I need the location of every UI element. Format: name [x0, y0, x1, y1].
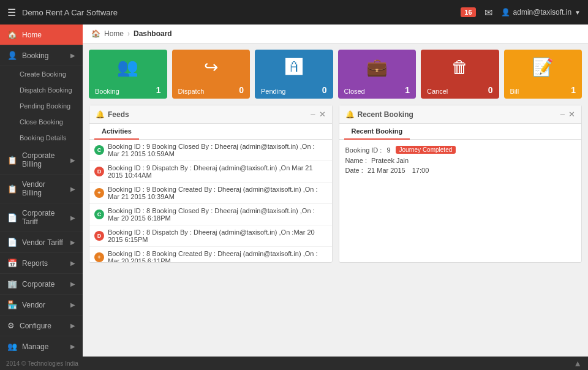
sidebar-item-booking[interactable]: 👤 Booking ▶	[0, 45, 83, 66]
vendor-billing-icon: 📋	[7, 184, 17, 194]
feeds-close-button[interactable]: ✕	[319, 110, 326, 119]
sidebar-label-reports: Reports	[22, 259, 48, 268]
recent-booking-panel: 🔔 Recent Booking – ✕ Recent Booking	[339, 105, 582, 263]
footer: 2014 © Technologies India ▲	[0, 357, 588, 370]
feed-text: Booking ID : 9 Booking Closed By : Dheer…	[108, 143, 327, 157]
bill-stat-icon: 📝	[532, 57, 554, 77]
corporate-billing-icon: 📋	[7, 156, 17, 165]
sidebar-item-manage[interactable]: 👥 Manage ▶	[0, 336, 83, 357]
feeds-panel-title: Feeds	[108, 110, 129, 119]
stat-card-dispatch[interactable]: ↪ Dispatch 0	[172, 50, 251, 99]
sidebar-item-vendor[interactable]: 🏪 Vendor ▶	[0, 295, 83, 315]
chevron-right-icon-7: ▶	[70, 281, 75, 287]
sidebar-label-configure: Configure	[20, 322, 51, 330]
notification-badge[interactable]: 16	[461, 7, 475, 17]
stat-count-closed: 1	[405, 85, 410, 95]
stat-label-pending: Pending	[261, 88, 285, 95]
sidebar-label-home: Home	[22, 31, 42, 39]
sidebar-sub-close-booking[interactable]: Close Booking	[0, 114, 83, 130]
stat-count-pending: 0	[322, 85, 327, 95]
configure-icon: ⚙	[7, 321, 15, 330]
stat-label-cancel: Cancel	[427, 88, 448, 95]
feeds-minimize-button[interactable]: –	[311, 110, 315, 119]
recent-minimize-button[interactable]: –	[560, 110, 565, 119]
tab-activities[interactable]: Activities	[94, 124, 139, 140]
feed-badge-closed: C	[94, 145, 104, 155]
feed-text: Booking ID : 8 Booking Created By : Dhee…	[108, 250, 327, 262]
feed-text: Booking ID : 8 Dispatch By : Dheeraj (ad…	[108, 228, 327, 243]
name-label: Name :	[345, 157, 367, 164]
sidebar-item-configure[interactable]: ⚙ Configure ▶	[0, 315, 83, 336]
sidebar-item-vendor-tariff[interactable]: 📄 Vendor Tariff ▶	[0, 232, 83, 253]
stat-card-booking[interactable]: 👥 Booking 1	[89, 50, 167, 99]
stat-card-pending[interactable]: 🅰 Pending 0	[255, 50, 333, 99]
sidebar-label-vendor-tariff: Vendor Tariff	[22, 238, 63, 247]
feeds-body: C Booking ID : 9 Booking Closed By : Dhe…	[89, 140, 332, 262]
sidebar-label-corporate: Corporate	[22, 280, 55, 289]
chevron-right-icon-9: ▶	[70, 322, 75, 329]
sidebar-sub-booking-details[interactable]: Booking Details	[0, 130, 83, 146]
feed-badge-created: +	[94, 188, 104, 198]
mail-icon[interactable]: ✉	[484, 7, 492, 18]
chevron-right-icon-8: ▶	[70, 301, 75, 308]
sidebar-label-manage: Manage	[22, 342, 48, 351]
stat-count-dispatch: 0	[239, 85, 244, 95]
booking-id-label: Booking ID :	[345, 146, 382, 154]
menu-icon[interactable]: ☰	[7, 7, 16, 18]
stats-row: 👥 Booking 1 ↪ Dispatch 0 🅰 Pending 0	[89, 50, 582, 99]
booking-date-row: Date : 21 Mar 2015 17:00	[345, 167, 576, 174]
stat-card-bill[interactable]: 📝 Bill 1	[504, 50, 582, 99]
chevron-down-icon[interactable]: ▼	[575, 9, 581, 16]
stat-card-cancel[interactable]: 🗑 Cancel 0	[421, 50, 499, 99]
feed-text: Booking ID : 8 Booking Closed By : Dheer…	[108, 207, 327, 222]
sidebar-sub-dispatch-booking[interactable]: Dispatch Booking	[0, 82, 83, 98]
sidebar-item-reports[interactable]: 📅 Reports ▶	[0, 253, 83, 274]
booking-stat-icon: 👥	[117, 57, 138, 77]
tab-recent-booking[interactable]: Recent Booking	[344, 124, 410, 140]
sidebar-item-corporate[interactable]: 🏢 Corporate ▶	[0, 274, 83, 295]
sidebar-label-vendor-billing: Vendor Billing	[22, 180, 66, 197]
sidebar-label-corporate-billing: Corporate Billing	[22, 151, 66, 168]
recent-booking-panel-title: Recent Booking	[358, 110, 413, 119]
breadcrumb-separator: ›	[127, 29, 130, 38]
manage-icon: 👥	[7, 342, 17, 351]
sidebar-item-corporate-tariff[interactable]: 📄 Corporate Tariff ▶	[0, 203, 83, 232]
feed-text: Booking ID : 9 Booking Created By : Dhee…	[108, 186, 327, 200]
cancel-stat-icon: 🗑	[451, 57, 469, 77]
bell-icon: 🔔	[96, 110, 105, 119]
closed-stat-icon: 💼	[366, 57, 388, 77]
stat-label-dispatch: Dispatch	[178, 88, 205, 95]
stat-card-closed[interactable]: 💼 Closed 1	[338, 50, 417, 99]
breadcrumb: 🏠 Home › Dashboard	[83, 25, 588, 43]
time-value: 17:00	[412, 167, 429, 174]
breadcrumb-home-link[interactable]: Home	[104, 29, 124, 38]
footer-copyright: 2014 © Technologies India	[6, 360, 78, 367]
sidebar-item-home[interactable]: 🏠 Home	[0, 25, 83, 45]
list-item: + Booking ID : 9 Booking Created By : Dh…	[89, 183, 332, 204]
pending-stat-icon: 🅰	[285, 57, 303, 77]
booking-name-row: Name : Prateek Jain	[345, 157, 576, 164]
chevron-right-icon-4: ▶	[70, 214, 75, 221]
sidebar-sub-create-booking[interactable]: Create Booking	[0, 66, 83, 82]
recent-close-button[interactable]: ✕	[568, 110, 575, 119]
sidebar-item-corporate-billing[interactable]: 📋 Corporate Billing ▶	[0, 146, 83, 175]
feed-badge-closed-2: C	[94, 210, 104, 219]
home-breadcrumb-icon: 🏠	[91, 29, 100, 38]
sidebar-sub-pending-booking[interactable]: Pending Booking	[0, 98, 83, 114]
recent-booking-tabs: Recent Booking	[339, 124, 582, 140]
list-item: D Booking ID : 9 Dispatch By : Dheeraj (…	[89, 161, 332, 183]
reports-icon: 📅	[7, 259, 17, 268]
scroll-to-top-icon[interactable]: ▲	[573, 358, 582, 368]
feeds-panel-header: 🔔 Feeds – ✕	[89, 105, 332, 124]
stat-count-cancel: 0	[488, 85, 493, 95]
sidebar-label-vendor: Vendor	[22, 301, 45, 309]
sidebar-item-vendor-billing[interactable]: 📋 Vendor Billing ▶	[0, 175, 83, 203]
chevron-right-icon-2: ▶	[70, 157, 75, 164]
chevron-right-icon-3: ▶	[70, 186, 75, 192]
sidebar-label-corporate-tariff: Corporate Tariff	[22, 209, 66, 226]
list-item: C Booking ID : 8 Booking Closed By : Dhe…	[89, 204, 332, 225]
topbar-right: 16 ✉ 👤 admin@taxisoft.in ▼	[461, 7, 581, 18]
feed-text: Booking ID : 9 Dispatch By : Dheeraj (ad…	[108, 164, 327, 179]
booking-id-value: 9	[386, 146, 390, 154]
date-label: Date :	[345, 167, 363, 174]
